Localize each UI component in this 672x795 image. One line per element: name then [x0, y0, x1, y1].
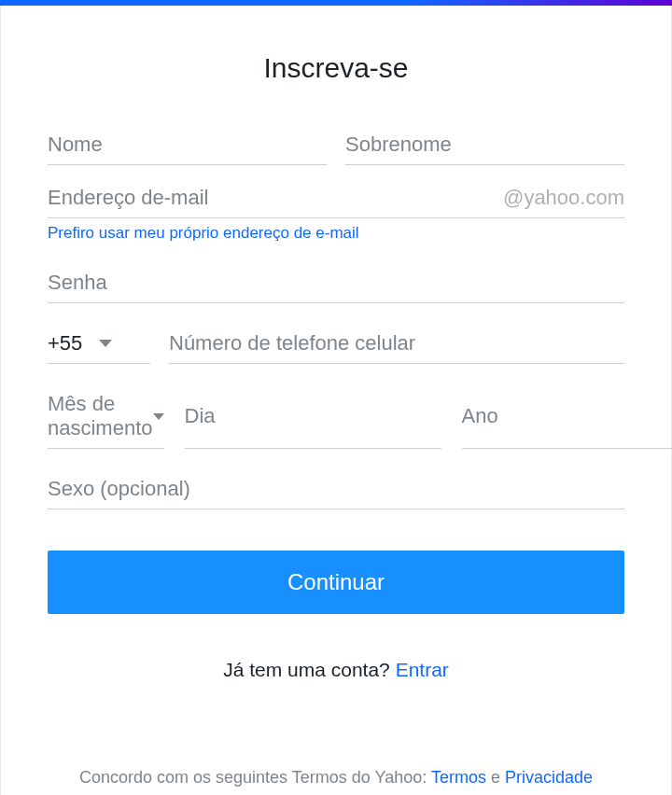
terms-row: Concordo com os seguintes Termos do Yaho… — [48, 765, 624, 790]
chevron-down-icon — [153, 413, 164, 420]
email-input[interactable] — [48, 178, 494, 217]
birth-month-select[interactable]: Mês de nascimento — [48, 384, 164, 449]
name-row — [48, 125, 624, 165]
last-name-field — [345, 125, 624, 165]
signup-container: Inscreva-se @yahoo.com Prefiro usar meu … — [0, 6, 672, 795]
birth-day-input[interactable] — [185, 384, 441, 449]
gender-input[interactable] — [48, 469, 624, 509]
birthdate-row: Mês de nascimento — [48, 384, 624, 449]
password-input[interactable] — [48, 263, 624, 303]
email-domain-suffix: @yahoo.com — [503, 186, 624, 217]
phone-input[interactable] — [169, 324, 624, 364]
terms-and-text: e — [486, 768, 505, 787]
signin-prompt-text: Já tem uma conta? — [223, 659, 395, 680]
signin-prompt: Já tem uma conta? Entrar — [48, 659, 624, 681]
birth-month-label: Mês de nascimento — [48, 392, 153, 440]
email-row: @yahoo.com — [48, 178, 624, 218]
signin-link[interactable]: Entrar — [396, 659, 449, 680]
phone-row: +55 — [48, 324, 624, 364]
terms-prefix-text: Concordo com os seguintes Termos do Yaho… — [79, 768, 431, 787]
chevron-down-icon — [99, 340, 112, 347]
country-code-value: +55 — [48, 331, 82, 356]
page-title: Inscreva-se — [48, 6, 624, 125]
continue-button[interactable]: Continuar — [48, 551, 624, 614]
first-name-input[interactable] — [48, 125, 327, 165]
terms-link[interactable]: Termos — [431, 768, 486, 787]
password-field — [48, 263, 624, 303]
privacy-link[interactable]: Privacidade — [505, 768, 593, 787]
gender-field — [48, 469, 624, 509]
first-name-field — [48, 125, 327, 165]
country-code-select[interactable]: +55 — [48, 324, 150, 364]
birth-year-input[interactable] — [462, 384, 673, 449]
last-name-input[interactable] — [345, 125, 624, 165]
use-own-email-link[interactable]: Prefiro usar meu próprio endereço de e-m… — [48, 224, 624, 243]
